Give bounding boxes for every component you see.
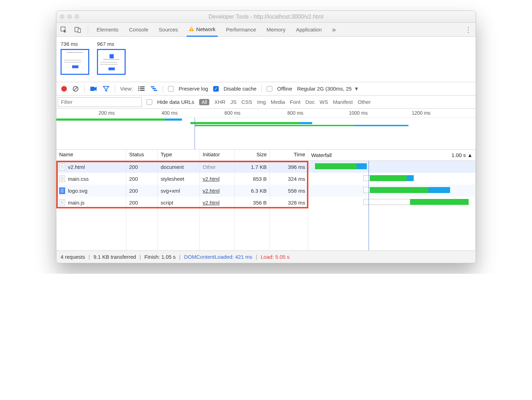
- offline-label: Offline: [277, 86, 292, 92]
- request-time: 324 ms: [270, 173, 308, 185]
- filmstrip-frame[interactable]: 967 ms: [97, 41, 126, 75]
- svg-rect-2: [78, 29, 80, 33]
- request-type: svg+xml: [158, 185, 200, 197]
- svg-rect-14: [151, 86, 154, 87]
- status-load: Load: 5.05 s: [261, 254, 290, 260]
- titlebar: Developer Tools - http://localhost:3000/…: [56, 11, 476, 23]
- kebab-menu-icon[interactable]: ⋮: [464, 26, 472, 34]
- svg-rect-7: [90, 87, 94, 91]
- preserve-log-label: Preserve log: [178, 86, 208, 92]
- table-row[interactable]: main.js 200 script v2.html 356 B 328 ms: [56, 197, 476, 208]
- sort-icon: ▲: [467, 152, 472, 158]
- tab-label: Elements: [97, 27, 119, 33]
- svg-rect-13: [140, 90, 145, 91]
- request-initiator[interactable]: v2.html: [203, 188, 219, 194]
- header-name[interactable]: Name: [56, 150, 126, 160]
- close-dot[interactable]: [60, 14, 64, 19]
- tab-performance[interactable]: Performance: [224, 23, 258, 37]
- separator: [261, 85, 262, 93]
- svg-rect-16: [154, 90, 157, 91]
- table-header: Name Status Type Initiator Size Time Wat…: [56, 150, 476, 161]
- filter-all[interactable]: All: [199, 99, 210, 105]
- filter-type[interactable]: XHR: [214, 99, 225, 105]
- request-time: 328 ms: [270, 197, 308, 208]
- filter-type[interactable]: Other: [358, 99, 371, 105]
- timeline-overview[interactable]: 200 ms 400 ms 600 ms 800 ms 1000 ms 1200…: [56, 109, 476, 150]
- table-row[interactable]: main.css 200 stylesheet v2.html 853 B 32…: [56, 173, 476, 185]
- request-name: main.css: [68, 176, 89, 182]
- table-row[interactable]: logo.svg 200 svg+xml v2.html 6.3 KB 558 …: [56, 185, 476, 197]
- view-waterfall-icon[interactable]: [150, 85, 158, 93]
- filter-type[interactable]: JS: [230, 99, 237, 105]
- filter-type[interactable]: Doc: [305, 99, 315, 105]
- frame-time: 736 ms: [61, 41, 89, 47]
- throttle-select[interactable]: Regular 2G (300ms, 25 ▼: [297, 86, 359, 92]
- offline-checkbox[interactable]: [267, 86, 272, 92]
- device-toggle-icon[interactable]: [74, 26, 82, 34]
- request-status: 200: [126, 161, 158, 173]
- separator: [84, 85, 85, 93]
- tab-console[interactable]: Console: [127, 23, 150, 37]
- tick-label: 1200 ms: [412, 110, 430, 116]
- zoom-dot[interactable]: [75, 14, 79, 19]
- record-icon[interactable]: [61, 86, 67, 92]
- filter-type[interactable]: Manifest: [333, 99, 353, 105]
- filter-icon[interactable]: [102, 85, 110, 93]
- file-icon: [59, 199, 65, 206]
- filter-type[interactable]: Img: [257, 99, 266, 105]
- tab-application[interactable]: Application: [294, 23, 324, 37]
- hide-data-urls-checkbox[interactable]: [147, 99, 152, 105]
- request-type: script: [158, 197, 200, 208]
- filter-type[interactable]: CSS: [241, 99, 252, 105]
- preserve-log-checkbox[interactable]: [168, 86, 174, 92]
- header-type[interactable]: Type: [158, 150, 200, 160]
- svg-rect-8: [138, 86, 139, 87]
- window-title: Developer Tools - http://localhost:3000/…: [56, 14, 476, 20]
- request-status: 200: [126, 173, 158, 185]
- more-tabs-icon[interactable]: »: [330, 26, 338, 34]
- clear-icon[interactable]: [72, 85, 79, 93]
- timeline-ruler: 200 ms 400 ms 600 ms 800 ms 1000 ms 1200…: [56, 109, 476, 118]
- minimize-dot[interactable]: [67, 14, 72, 19]
- filter-input[interactable]: [58, 97, 142, 107]
- tab-elements[interactable]: Elements: [94, 23, 121, 37]
- disable-cache-checkbox[interactable]: ✓: [213, 86, 219, 92]
- tab-memory[interactable]: Memory: [265, 23, 288, 37]
- request-initiator[interactable]: v2.html: [203, 176, 219, 182]
- svg-rect-15: [152, 88, 156, 89]
- filmstrip: 736 ms 967 ms: [56, 37, 476, 82]
- tick-label: 400 ms: [161, 110, 177, 116]
- header-status[interactable]: Status: [126, 150, 158, 160]
- view-list-icon[interactable]: [138, 85, 145, 93]
- header-initiator[interactable]: Initiator: [200, 150, 235, 160]
- camera-icon[interactable]: [90, 85, 97, 93]
- file-icon: [59, 187, 65, 194]
- hide-data-urls-label: Hide data URLs: [157, 99, 194, 105]
- filter-type[interactable]: Media: [271, 99, 285, 105]
- svg-rect-12: [140, 88, 145, 89]
- devtools-window: Developer Tools - http://localhost:3000/…: [56, 10, 476, 263]
- tab-network[interactable]: Network: [187, 23, 218, 37]
- separator: [163, 85, 163, 93]
- header-time[interactable]: Time: [270, 150, 308, 160]
- warning-icon: [189, 26, 194, 32]
- tab-label: Network: [196, 26, 216, 32]
- request-type: document: [158, 161, 200, 173]
- request-status: 200: [126, 185, 158, 197]
- filter-type[interactable]: Font: [290, 99, 300, 105]
- header-waterfall[interactable]: Waterfall 1.00 s ▲: [308, 150, 476, 160]
- empty-rows: [56, 208, 476, 250]
- frame-thumbnail: [61, 49, 89, 75]
- filter-type[interactable]: WS: [320, 99, 328, 105]
- inspect-icon[interactable]: [60, 26, 68, 34]
- tab-sources[interactable]: Sources: [157, 23, 180, 37]
- filmstrip-frame[interactable]: 736 ms: [61, 41, 89, 75]
- header-size[interactable]: Size: [235, 150, 270, 160]
- request-status: 200: [126, 197, 158, 208]
- throttle-value: Regular 2G (300ms, 25: [297, 86, 352, 92]
- separator: [88, 26, 88, 34]
- table-row[interactable]: v2.html 200 document Other 1.7 KB 396 ms: [56, 161, 476, 173]
- request-initiator[interactable]: v2.html: [203, 200, 219, 206]
- frame-time: 967 ms: [97, 41, 126, 47]
- request-name: logo.svg: [68, 188, 88, 194]
